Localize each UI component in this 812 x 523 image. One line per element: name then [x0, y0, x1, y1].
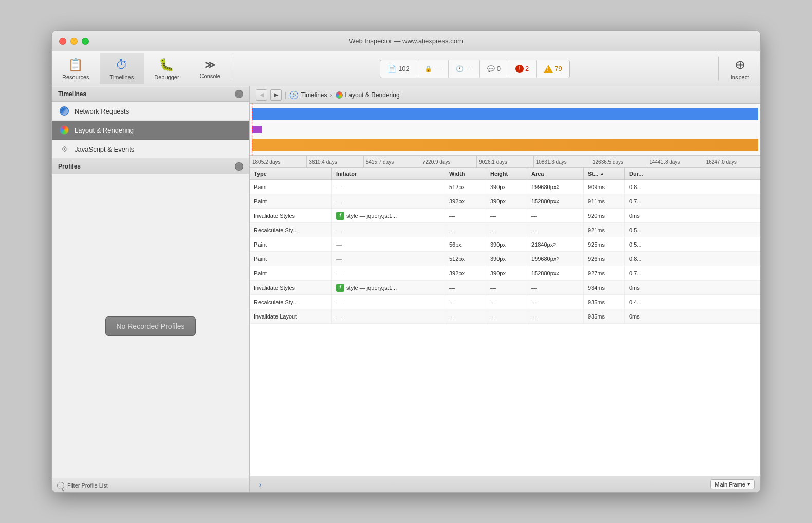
td-type: Paint: [250, 266, 332, 280]
td-width: —: [445, 295, 486, 309]
f-badge-icon: f: [336, 212, 344, 220]
col-height: Height: [486, 168, 527, 179]
td-duration: 0.5...: [625, 223, 666, 237]
table-row[interactable]: Paint—392px390px152880px2911ms0.7...: [250, 194, 760, 209]
td-start: 921ms: [584, 223, 625, 237]
timeline-bars: [250, 104, 760, 155]
table-row[interactable]: Recalculate Sty...————935ms0.4...: [250, 295, 760, 309]
timelines-record-button[interactable]: [235, 90, 243, 98]
table-row[interactable]: Paint—512px390px199680px2926ms0.8...: [250, 252, 760, 266]
table-row[interactable]: Paint—392px390px152880px2927ms0.7...: [250, 266, 760, 281]
ruler-tick: 1805.2 days: [250, 156, 306, 167]
error-icon: !: [515, 65, 524, 73]
td-type: Recalculate Sty...: [250, 223, 332, 237]
td-area: —: [527, 223, 584, 237]
col-width: Width: [445, 168, 486, 179]
td-initiator: —: [332, 252, 445, 266]
td-initiator: —: [332, 266, 445, 280]
td-width: 392px: [445, 194, 486, 208]
clock-icon: [456, 65, 464, 72]
table-row[interactable]: Invalidate Stylesfstyle — jquery.js:1...…: [250, 281, 760, 295]
toolbar-item-console[interactable]: ≫ Console: [190, 54, 231, 83]
ruler-tick: 16247.0 days: [704, 156, 760, 167]
resources-label: Resources: [62, 74, 89, 80]
td-initiator: —: [332, 309, 445, 323]
close-button[interactable]: [59, 38, 66, 45]
sidebar-item-network[interactable]: Network Requests: [52, 102, 249, 121]
td-width: 392px: [445, 266, 486, 280]
td-height: 390px: [486, 237, 527, 251]
sidebar-item-layout[interactable]: Layout & Rendering: [52, 121, 249, 140]
js-bar: [252, 139, 758, 151]
col-type: Type: [250, 168, 332, 179]
table-row[interactable]: Paint—512px390px199680px2909ms0.8...: [250, 180, 760, 194]
maximize-button[interactable]: [82, 38, 89, 45]
doc-count: 102: [398, 65, 410, 72]
td-area: 152880px2: [527, 194, 584, 208]
breadcrumb-timelines[interactable]: Timelines: [301, 91, 327, 99]
status-doc: 102: [380, 60, 417, 78]
bottom-bar: › Main Frame ▾: [250, 476, 760, 492]
td-height: 390px: [486, 180, 527, 194]
table-row[interactable]: Recalculate Sty...————921ms0.5...: [250, 223, 760, 237]
col-start: St... ▲: [584, 168, 625, 179]
ruler-tick: 10831.3 days: [533, 156, 590, 167]
td-duration: 0ms: [625, 281, 666, 294]
layout-bar-row: [252, 123, 758, 136]
ruler-tick: 3610.4 days: [306, 156, 363, 167]
status-bar: 102 — — 0 ! 2: [231, 51, 718, 86]
table-row[interactable]: Paint—56px390px21840px2925ms0.5...: [250, 237, 760, 252]
breadcrumb-bar: ◀ ▶ | ⏱ Timelines › Layout & Rendering: [250, 86, 760, 104]
td-duration: 0.5...: [625, 237, 666, 251]
profiles-section-title: Profiles: [58, 163, 81, 170]
chat-count: 0: [497, 65, 501, 72]
td-type: Paint: [250, 237, 332, 251]
initiator-text: style — jquery.js:1...: [346, 285, 397, 291]
td-type: Paint: [250, 194, 332, 208]
clock-label: —: [466, 65, 472, 72]
profiles-section-header: Profiles: [52, 159, 249, 174]
td-width: —: [445, 281, 486, 294]
nav-back-button[interactable]: ◀: [256, 89, 267, 101]
inspect-button[interactable]: ⊕ Inspect: [719, 51, 760, 86]
filter-label: Filter Profile List: [67, 482, 108, 489]
td-height: —: [486, 223, 527, 237]
toolbar-item-debugger[interactable]: 🐛 Debugger: [144, 53, 189, 84]
warning-count: 79: [555, 65, 562, 72]
td-start: 927ms: [584, 266, 625, 280]
td-area: —: [527, 295, 584, 309]
timelines-label: Timelines: [110, 74, 134, 80]
initiator-dash: —: [336, 256, 342, 262]
td-area: —: [527, 309, 584, 323]
sidebar-item-js[interactable]: ⚙ JavaScript & Events: [52, 140, 249, 159]
nav-forward-button[interactable]: ▶: [270, 89, 282, 101]
inspect-label: Inspect: [731, 74, 749, 80]
expand-button[interactable]: ›: [255, 479, 265, 490]
td-width: 56px: [445, 237, 486, 251]
col-area: Area: [527, 168, 584, 179]
resources-icon: 📋: [68, 58, 83, 72]
layout-bar: [252, 126, 262, 133]
table-body: Paint—512px390px199680px2909ms0.8...Pain…: [250, 180, 760, 324]
sidebar-item-layout-label: Layout & Rendering: [75, 126, 134, 134]
td-area: 21840px2: [527, 237, 584, 251]
td-type: Invalidate Styles: [250, 281, 332, 294]
td-width: —: [445, 209, 486, 222]
toolbar-item-resources[interactable]: 📋 Resources: [52, 53, 100, 84]
td-height: 390px: [486, 252, 527, 266]
timeline-ruler: 1805.2 days3610.4 days5415.7 days7220.9 …: [250, 156, 760, 168]
minimize-button[interactable]: [70, 38, 78, 45]
toolbar-item-timelines[interactable]: ⏱ Timelines: [100, 53, 144, 84]
td-initiator: —: [332, 295, 445, 309]
toolbar-nav: 📋 Resources ⏱ Timelines 🐛 Debugger ≫ Con…: [52, 51, 231, 86]
profiles-record-button[interactable]: [235, 162, 243, 171]
frame-selector[interactable]: Main Frame ▾: [710, 479, 755, 489]
table-row[interactable]: Invalidate Layout————935ms0ms: [250, 309, 760, 324]
filter-icon: [57, 482, 64, 489]
ruler-tick: 14441.8 days: [647, 156, 703, 167]
td-type: Paint: [250, 180, 332, 194]
ruler-tick: 5415.7 days: [363, 156, 420, 167]
sidebar: Timelines Network Requests Layout & Rend…: [52, 86, 250, 492]
td-duration: 0ms: [625, 309, 666, 323]
table-row[interactable]: Invalidate Stylesfstyle — jquery.js:1...…: [250, 209, 760, 223]
